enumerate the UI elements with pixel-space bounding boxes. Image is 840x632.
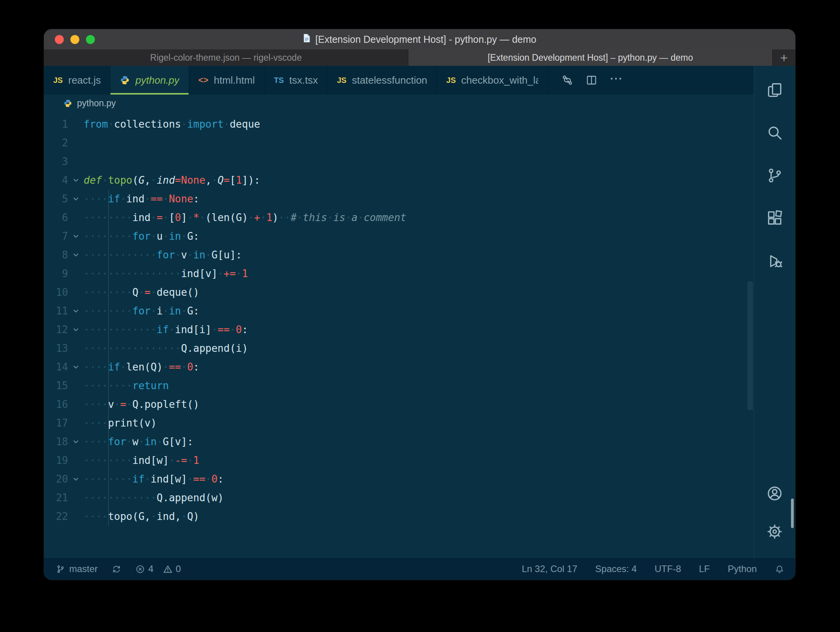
fold-spacer [68,414,84,432]
window-scrollbar-thumb[interactable] [791,499,794,528]
code-line-17[interactable]: 17····print(v) [44,414,754,432]
code-line-21[interactable]: 21············Q.append(w) [44,488,754,507]
code-line-9[interactable]: 9················ind[v]·+=·1 [44,264,754,283]
run-debug-icon [766,253,783,270]
minimize-button[interactable] [70,35,79,44]
activity-extensions-button[interactable] [766,210,783,227]
fold-chevron-icon[interactable] [68,246,84,264]
notifications-button[interactable] [775,564,784,574]
code-lines: 1from·collections·import·deque234def·top… [44,115,754,526]
status-eol[interactable]: LF [699,564,710,574]
activity-account-button[interactable] [766,485,783,502]
code-line-3[interactable]: 3 [44,152,754,171]
window-title-text: [Extension Development Host] - python.py… [315,34,536,45]
code-line-10[interactable]: 10········Q·=·deque() [44,283,754,302]
window-tab-extension-host[interactable]: [Extension Development Host] – python.py… [408,49,773,66]
fold-chevron-icon[interactable] [68,171,84,190]
git-branch-indicator[interactable]: master [56,564,98,574]
title-bar[interactable]: [Extension Development Host] - python.py… [44,29,795,49]
errors-icon [135,564,145,574]
code-line-8[interactable]: 8············for·v·in·G[u]: [44,246,754,264]
code-text: ····for·w·in·G[v]: [84,432,193,451]
code-line-20[interactable]: 20········if·ind[w]·==·0: [44,470,754,488]
code-line-11[interactable]: 11········for·i·in·G: [44,302,754,320]
breadcrumb[interactable]: python.py [44,95,754,112]
fold-spacer [68,283,84,302]
warnings-count: 0 [176,564,181,574]
editor-scrollbar[interactable] [747,281,753,410]
fold-chevron-icon[interactable] [68,320,84,339]
status-indentation[interactable]: Spaces: 4 [595,564,637,574]
activity-search-button[interactable] [766,124,783,141]
code-line-5[interactable]: 5····if·ind·==·None: [44,190,754,208]
code-line-7[interactable]: 7········for·u·in·G: [44,227,754,246]
code-line-19[interactable]: 19········ind[w]·-=·1 [44,451,754,470]
source-control-icon [766,167,783,184]
new-window-tab-button[interactable]: + [773,49,795,66]
open-changes-button[interactable] [561,74,574,86]
line-number: 18 [44,432,68,451]
code-line-6[interactable]: 6········ind·=·[0]·*·(len(G)·+·1)··#·thi… [44,208,754,227]
activity-settings-button[interactable] [766,523,783,540]
window-title: [Extension Development Host] - python.py… [303,33,536,45]
fold-chevron-icon[interactable] [68,302,84,320]
tab-react.js[interactable]: JSreact.js [44,66,110,95]
activity-files-button[interactable] [766,81,783,98]
line-number: 15 [44,376,68,395]
window-tab-rigel[interactable]: Rigel-color-theme.json — rigel-vscode [44,49,408,66]
fold-chevron-icon[interactable] [68,358,84,376]
fold-chevron-icon[interactable] [68,470,84,488]
tab-checkbox_with_la[interactable]: JScheckbox_with_la [437,66,548,95]
line-number: 4 [44,171,68,190]
activity-bar [754,66,795,558]
fold-spacer [68,133,84,152]
line-number: 10 [44,283,68,302]
fold-spacer [68,507,84,526]
status-line-col[interactable]: Ln 32, Col 17 [522,564,578,574]
code-line-16[interactable]: 16····v·=·Q.popleft() [44,395,754,414]
code-editor[interactable]: 1from·collections·import·deque234def·top… [44,112,754,558]
branch-icon [56,564,65,574]
editor-tab-bar: JSreact.jspython.py<>html.htmlTStsx.tsxJ… [44,66,754,95]
fold-spacer [68,264,84,283]
line-number: 16 [44,395,68,414]
activity-source-control-button[interactable] [766,167,783,184]
close-button[interactable] [55,35,64,44]
branch-label: master [69,564,98,574]
code-line-4[interactable]: 4def·topo(G,·ind=None,·Q=[1]): [44,171,754,190]
status-language[interactable]: Python [728,564,757,574]
code-line-13[interactable]: 13················Q.append(i) [44,339,754,358]
fold-chevron-icon[interactable] [68,432,84,451]
bell-icon [775,564,784,574]
files-icon [766,81,783,98]
html-file-icon: <> [198,75,208,85]
code-line-22[interactable]: 22····topo(G,·ind,·Q) [44,507,754,526]
tab-python.py[interactable]: python.py [110,66,189,95]
problems-indicator[interactable]: 4 0 [135,564,181,574]
tab-label: python.py [135,74,179,86]
tab-html.html[interactable]: <>html.html [189,66,264,95]
code-text: ············for·v·in·G[u]: [84,246,242,264]
code-line-2[interactable]: 2 [44,133,754,152]
fold-chevron-icon[interactable] [68,190,84,208]
zoom-button[interactable] [86,35,95,44]
errors-count: 4 [148,564,153,574]
fold-chevron-icon[interactable] [68,227,84,246]
code-line-18[interactable]: 18····for·w·in·G[v]: [44,432,754,451]
code-line-12[interactable]: 12············if·ind[i]·==·0: [44,320,754,339]
code-line-15[interactable]: 15········return [44,376,754,395]
code-text: ········if·ind[w]·==·0: [84,470,224,488]
sync-button[interactable] [112,564,121,574]
activity-run-debug-button[interactable] [766,253,783,270]
line-number: 12 [44,320,68,339]
tab-tsx.tsx[interactable]: TStsx.tsx [264,66,327,95]
code-line-1[interactable]: 1from·collections·import·deque [44,115,754,133]
code-line-14[interactable]: 14····if·len(Q)·==·0: [44,358,754,376]
line-number: 19 [44,451,68,470]
line-number: 11 [44,302,68,320]
tab-statelessfunction[interactable]: JSstatelessfunction [327,66,437,95]
more-actions-button[interactable]: ⋯ [609,72,624,89]
split-editor-button[interactable] [585,74,598,86]
status-encoding[interactable]: UTF-8 [654,564,681,574]
tab-label: html.html [214,74,255,86]
